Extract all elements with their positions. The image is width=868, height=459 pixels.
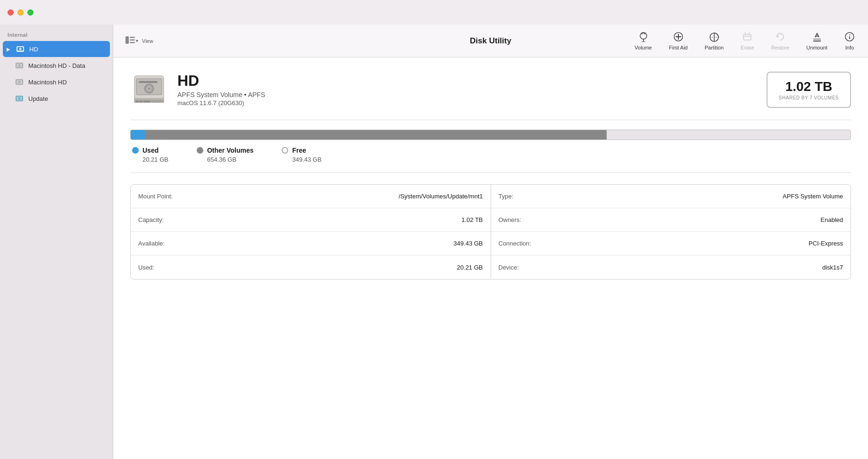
disk-icon-hd	[15, 44, 25, 54]
info-row-owners: Owners: Enabled	[491, 208, 851, 232]
svg-rect-31	[743, 34, 751, 40]
info-val-device: disk1s7	[822, 264, 843, 271]
info-key-capacity: Capacity:	[138, 216, 164, 223]
disk-icon-mac-data	[14, 60, 25, 71]
info-row-capacity: Capacity: 1.02 TB	[131, 208, 491, 232]
info-row-connection: Connection: PCI-Express	[491, 232, 851, 255]
info-key-type: Type:	[499, 193, 514, 200]
info-val-type: APFS System Volume	[783, 193, 843, 200]
bar-used	[131, 130, 145, 139]
title-bar	[0, 0, 868, 25]
unmount-icon	[811, 32, 823, 43]
volume-button[interactable]: Volume	[631, 30, 656, 52]
sidebar-section-internal: Internal	[0, 30, 113, 41]
legend-used: Used 20.21 GB	[132, 147, 168, 163]
svg-rect-3	[17, 50, 24, 51]
disk-icon-mac-hd	[14, 77, 25, 87]
info-val-mount: /System/Volumes/Update/mnt1	[399, 193, 483, 200]
volume-label: Volume	[634, 45, 652, 50]
sidebar-item-macintosh-hd-data[interactable]: Macintosh HD - Data	[3, 57, 110, 74]
divider-bottom	[130, 172, 851, 173]
erase-button[interactable]: Erase	[737, 30, 758, 52]
info-table: Mount Point: /System/Volumes/Update/mnt1…	[130, 184, 851, 279]
disk-size-value: 1.02 TB	[779, 79, 839, 94]
legend-free: Free 349.43 GB	[282, 147, 321, 163]
info-row-available: Available: 349.43 GB	[131, 232, 491, 255]
traffic-lights	[8, 9, 33, 16]
minimize-button[interactable]	[17, 9, 24, 16]
info-label: Info	[845, 45, 854, 50]
info-key-owners: Owners:	[499, 216, 521, 223]
svg-rect-18	[130, 39, 135, 41]
toolbar: ▾ View Disk Utility	[113, 25, 868, 57]
sidebar: Internal ▶ HD	[0, 25, 113, 459]
maximize-button[interactable]	[27, 9, 33, 16]
info-button[interactable]: Info	[841, 30, 859, 52]
legend-other: Other Volumes 654.36 GB	[197, 147, 254, 163]
bar-other	[145, 130, 607, 139]
volume-icon	[638, 32, 649, 43]
unmount-label: Unmount	[806, 45, 827, 50]
svg-point-39	[849, 34, 850, 35]
svg-rect-15	[16, 100, 23, 101]
divider-top	[130, 120, 851, 120]
partition-icon	[709, 32, 720, 43]
svg-point-6	[18, 65, 20, 66]
disk-header: HD APFS System Volume • APFS macOS 11.6.…	[130, 71, 851, 108]
partition-button[interactable]: Partition	[701, 30, 727, 52]
disk-name: HD	[177, 73, 757, 89]
svg-point-14	[18, 98, 20, 99]
svg-rect-45	[139, 81, 158, 83]
bar-free	[607, 130, 851, 139]
storage-legend: Used 20.21 GB Other Volumes 654.36 GB	[130, 147, 851, 163]
info-key-used: Used:	[138, 264, 154, 271]
disk-subtitle: APFS System Volume • APFS	[177, 91, 757, 98]
legend-used-value: 20.21 GB	[132, 156, 168, 163]
sidebar-toggle-icon	[125, 36, 135, 46]
app-container: Internal ▶ HD	[0, 25, 868, 459]
info-row-device: Device: disk1s7	[491, 255, 851, 279]
sidebar-item-hd-label: HD	[29, 46, 38, 53]
info-val-capacity: 1.02 TB	[461, 216, 483, 223]
info-val-owners: Enabled	[820, 216, 843, 223]
sidebar-item-update[interactable]: Update	[3, 90, 110, 107]
toolbar-actions: Volume First Aid	[631, 30, 859, 52]
svg-point-20	[640, 33, 647, 39]
erase-icon	[742, 32, 753, 43]
first-aid-button[interactable]: First Aid	[665, 30, 692, 52]
restore-button[interactable]: Restore	[768, 30, 793, 52]
info-key-mount: Mount Point:	[138, 193, 173, 200]
svg-point-10	[18, 81, 20, 83]
sidebar-item-hd[interactable]: ▶ HD	[3, 41, 110, 57]
info-icon	[844, 32, 855, 43]
view-button[interactable]: ▾	[123, 34, 141, 48]
svg-point-2	[19, 48, 22, 50]
legend-used-name: Used	[142, 147, 159, 154]
legend-other-value: 654.36 GB	[197, 156, 254, 163]
svg-rect-11	[16, 83, 23, 84]
info-key-available: Available:	[138, 240, 165, 247]
sidebar-item-macintosh-hd[interactable]: Macintosh HD	[3, 74, 110, 90]
svg-rect-53	[143, 101, 150, 102]
info-val-connection: PCI-Express	[809, 240, 843, 247]
disk-icon-update	[14, 93, 25, 104]
main-content: HD APFS System Volume • APFS macOS 11.6.…	[113, 57, 868, 459]
legend-free-name: Free	[292, 147, 306, 154]
view-label: View	[142, 38, 153, 44]
restore-icon	[775, 32, 785, 43]
svg-rect-7	[16, 67, 23, 68]
disk-size-box: 1.02 TB SHARED BY 7 VOLUMES	[767, 72, 851, 108]
sidebar-item-mac-data-label: Macintosh HD - Data	[28, 62, 85, 69]
svg-rect-52	[140, 101, 142, 102]
legend-dot-other	[197, 147, 203, 154]
erase-label: Erase	[741, 45, 754, 50]
unmount-button[interactable]: Unmount	[802, 30, 831, 52]
view-chevron-icon: ▾	[136, 38, 138, 43]
disk-image	[130, 71, 168, 108]
close-button[interactable]	[8, 9, 14, 16]
disk-os: macOS 11.6.7 (20G630)	[177, 99, 757, 107]
info-col-right: Type: APFS System Volume Owners: Enabled…	[491, 185, 851, 279]
info-val-used: 20.21 GB	[457, 264, 483, 271]
svg-rect-49	[134, 98, 164, 100]
svg-rect-19	[130, 42, 135, 43]
